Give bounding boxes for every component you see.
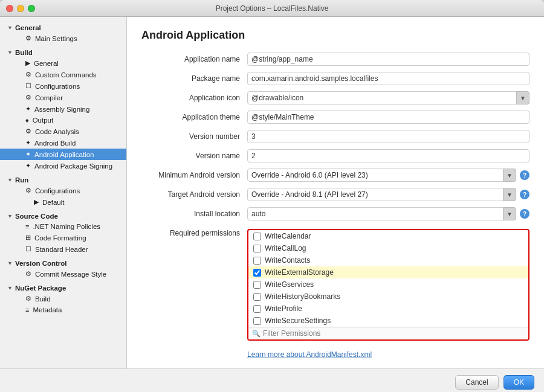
cancel-button[interactable]: Cancel — [455, 375, 498, 390]
sidebar-item-code-analysis[interactable]: ⚙ Code Analysis — [0, 126, 126, 137]
sidebar-section-general[interactable]: ▼ General — [0, 22, 126, 33]
version-number-row: Version number — [141, 130, 529, 143]
sidebar-item-nuget-metadata[interactable]: ≡ Metadata — [0, 304, 126, 315]
application-icon-select[interactable]: @drawable/icon — [247, 91, 529, 104]
application-name-label: Application name — [141, 55, 247, 63]
package-name-row: Package name — [141, 72, 529, 85]
perm-item-write-contacts: WriteContacts — [248, 254, 528, 266]
perm-checkbox-write-history-bookmarks[interactable] — [253, 293, 261, 301]
sidebar-item-custom-commands[interactable]: ⚙ Custom Commands — [0, 69, 126, 80]
install-location-select[interactable]: auto — [247, 207, 516, 220]
star-icon: ✦ — [25, 105, 31, 113]
gear-icon: ⚙ — [25, 127, 31, 135]
sidebar-item-commit-message-style[interactable]: ⚙ Commit Message Style — [0, 268, 126, 280]
metadata-icon: ≡ — [25, 306, 29, 313]
min-android-version-label: Minimum Android version — [141, 171, 247, 179]
install-location-row: Install location auto ▼ ? — [141, 207, 529, 220]
sidebar-item-output-label: Output — [33, 117, 54, 124]
sidebar-item-code-formatting[interactable]: ⊞ Code Formatting — [0, 232, 126, 243]
version-name-input[interactable] — [247, 149, 529, 162]
perm-checkbox-write-external-storage[interactable] — [253, 269, 261, 277]
sidebar-item-general[interactable]: ▶ General — [0, 57, 126, 69]
sidebar-item-run-configurations-label: Configurations — [35, 187, 80, 194]
perm-label-write-gservices: WriteGservices — [265, 280, 314, 289]
gear-icon: ⚙ — [25, 94, 31, 101]
sidebar-item-output[interactable]: ♦ Output — [0, 115, 126, 126]
page-title: Android Application — [141, 29, 529, 42]
min-android-help-icon[interactable]: ? — [520, 170, 529, 180]
sidebar-item-assembly-signing[interactable]: ✦ Assembly Signing — [0, 103, 126, 115]
minimize-button[interactable] — [17, 5, 24, 12]
perm-item-write-profile: WriteProfile — [248, 303, 528, 315]
application-theme-input[interactable] — [247, 111, 529, 124]
close-button[interactable] — [6, 5, 13, 12]
sidebar-item-run-default[interactable]: ▶ Default — [0, 196, 126, 208]
min-android-select-group: Override - Android 6.0 (API level 23) ▼ … — [247, 169, 529, 182]
permissions-box: WriteCalendar WriteCallLog WriteContacts — [247, 229, 529, 341]
sidebar-item-android-application[interactable]: ✦ Android Application — [0, 149, 126, 160]
sidebar-section-build-label: Build — [15, 49, 33, 56]
min-android-select-wrapper: Override - Android 6.0 (API level 23) ▼ — [247, 169, 516, 182]
perm-item-write-external-storage: WriteExternalStorage — [248, 266, 528, 278]
sidebar-section-version-control[interactable]: ▼ Version Control — [0, 257, 126, 268]
version-name-row: Version name — [141, 149, 529, 162]
sidebar-item-nuget-build[interactable]: ⚙ Build — [0, 293, 126, 304]
target-android-help-icon[interactable]: ? — [520, 190, 529, 199]
permissions-filter-input[interactable] — [263, 329, 525, 338]
perm-label-write-profile: WriteProfile — [265, 304, 302, 313]
sidebar-item-standard-header[interactable]: ☐ Standard Header — [0, 243, 126, 255]
perm-checkbox-write-gservices[interactable] — [253, 281, 261, 289]
commit-icon: ⚙ — [25, 270, 31, 278]
sidebar-item-code-formatting-label: Code Formatting — [34, 234, 86, 242]
learn-more-link[interactable]: Learn more about AndroidManifest.xml — [247, 350, 372, 359]
perm-label-write-history-bookmarks: WriteHistoryBookmarks — [265, 292, 340, 301]
sidebar-item-net-naming-policies[interactable]: ≡ .NET Naming Policies — [0, 221, 126, 232]
sidebar-section-nuget-label: NuGet Package — [15, 284, 66, 292]
install-location-help-icon[interactable]: ? — [520, 209, 529, 219]
sidebar-item-android-package-signing-label: Android Package Signing — [34, 162, 112, 170]
target-android-select[interactable]: Override - Android 8.1 (API level 27) — [247, 188, 516, 201]
perm-checkbox-write-profile[interactable] — [253, 305, 261, 313]
sidebar-item-run-default-label: Default — [42, 199, 64, 206]
version-number-input[interactable] — [247, 130, 529, 143]
sidebar-item-android-application-label: Android Application — [34, 151, 94, 158]
package-name-input[interactable] — [247, 72, 529, 85]
gear-icon: ⚙ — [25, 71, 31, 79]
perm-checkbox-write-calendar[interactable] — [253, 233, 261, 240]
sidebar-item-main-settings[interactable]: ⚙ Main Settings — [0, 33, 126, 44]
sidebar-item-net-naming-policies-label: .NET Naming Policies — [33, 223, 100, 230]
sidebar-section-nuget[interactable]: ▼ NuGet Package — [0, 282, 126, 293]
sidebar-item-configurations[interactable]: ☐ Configurations — [0, 80, 126, 92]
titlebar: Project Options – LocalFiles.Native — [0, 0, 544, 17]
list-icon: ≡ — [25, 223, 29, 230]
sidebar-item-compiler[interactable]: ⚙ Compiler — [0, 92, 126, 103]
sidebar-item-run-configurations[interactable]: ⚙ Configurations — [0, 185, 126, 196]
sidebar-section-run-label: Run — [15, 176, 28, 184]
sidebar-item-android-package-signing[interactable]: ✦ Android Package Signing — [0, 160, 126, 172]
sidebar-item-android-build-label: Android Build — [34, 140, 76, 147]
application-name-row: Application name — [141, 53, 529, 66]
target-android-version-label: Target Android version — [141, 190, 247, 199]
perm-checkbox-write-call-log[interactable] — [253, 245, 261, 252]
sidebar-item-configurations-label: Configurations — [35, 83, 80, 90]
ok-button[interactable]: OK — [504, 375, 534, 390]
permissions-filter-bar: 🔍 — [248, 327, 528, 339]
play-icon: ▶ — [34, 198, 39, 206]
arrow-icon: ▼ — [7, 285, 13, 291]
arrow-icon: ▼ — [7, 25, 13, 31]
main-window: Project Options – LocalFiles.Native ▼ Ge… — [0, 0, 544, 392]
format-icon: ⊞ — [25, 234, 31, 242]
package-icon: ✦ — [25, 162, 31, 170]
sidebar-section-build[interactable]: ▼ Build — [0, 47, 126, 57]
perm-checkbox-write-contacts[interactable] — [253, 257, 261, 265]
min-android-select[interactable]: Override - Android 6.0 (API level 23) — [247, 169, 516, 182]
version-number-label: Version number — [141, 132, 247, 141]
application-name-input[interactable] — [247, 53, 529, 66]
sidebar-item-nuget-metadata-label: Metadata — [33, 306, 62, 313]
sidebar-section-run[interactable]: ▼ Run — [0, 174, 126, 185]
sidebar-item-android-build[interactable]: ✦ Android Build — [0, 137, 126, 149]
sidebar-section-source-code[interactable]: ▼ Source Code — [0, 210, 126, 221]
perm-checkbox-write-secure-settings[interactable] — [253, 317, 261, 325]
maximize-button[interactable] — [28, 5, 35, 12]
perm-label-write-external-storage: WriteExternalStorage — [265, 268, 334, 277]
